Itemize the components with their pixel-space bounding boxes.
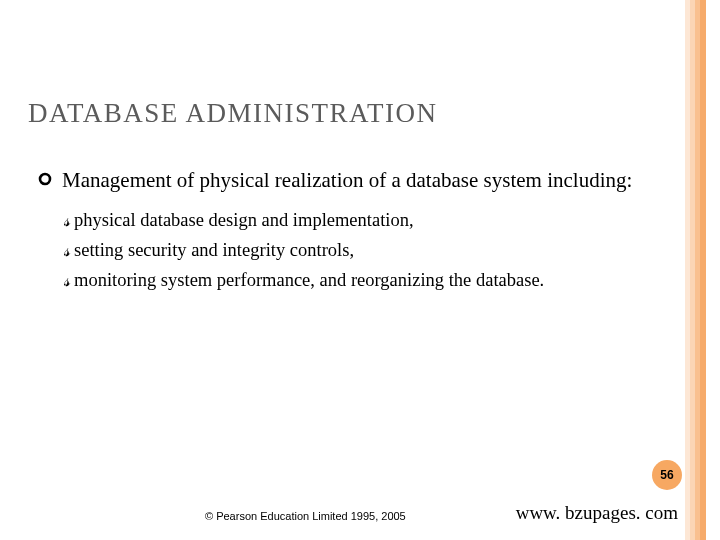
slide: DATABASE ADMINISTRATION Management of ph… — [0, 0, 720, 540]
copyright-text: © Pearson Education Limited 1995, 2005 — [205, 510, 406, 522]
swirl-bullet-icon: 𝓈 — [64, 208, 70, 233]
swirl-bullet-icon: 𝓈 — [64, 268, 70, 293]
sub-bullet-text: monitoring system performance, and reorg… — [74, 268, 544, 294]
footer-url: www. bzupages. com — [516, 502, 678, 524]
main-bullet-text: Management of physical realization of a … — [62, 166, 632, 194]
sub-bullet-list: 𝓈 physical database design and implement… — [64, 208, 660, 294]
slide-title: DATABASE ADMINISTRATION — [28, 98, 438, 129]
sub-bullet-item: 𝓈 monitoring system performance, and reo… — [64, 268, 660, 294]
main-bullet-item: Management of physical realization of a … — [38, 166, 660, 194]
sub-bullet-item: 𝓈 physical database design and implement… — [64, 208, 660, 234]
svg-point-0 — [40, 174, 50, 184]
swirl-bullet-icon: 𝓈 — [64, 238, 70, 263]
decorative-stripes — [685, 0, 706, 540]
ring-bullet-icon — [38, 172, 52, 186]
page-number-badge: 56 — [652, 460, 682, 490]
sub-bullet-text: setting security and integrity controls, — [74, 238, 354, 264]
page-number: 56 — [660, 468, 673, 482]
sub-bullet-item: 𝓈 setting security and integrity control… — [64, 238, 660, 264]
content-area: Management of physical realization of a … — [38, 166, 660, 298]
sub-bullet-text: physical database design and implementat… — [74, 208, 414, 234]
stripe — [700, 0, 706, 540]
